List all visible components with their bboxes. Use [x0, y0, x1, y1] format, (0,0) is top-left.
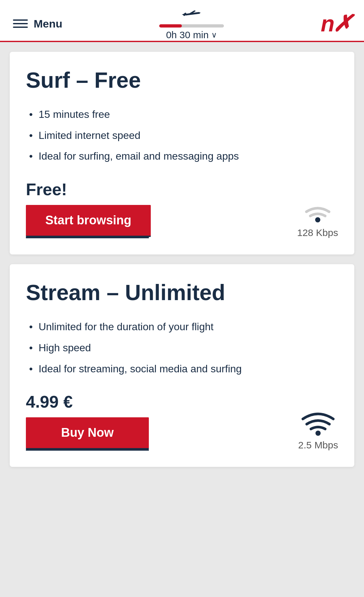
plan-card-surf-free: Surf – Free 15 minutes free Limited inte… [10, 52, 354, 254]
header: Menu 0h 30 min ∨ n✗ [0, 0, 364, 42]
flight-info: 0h 30 min ∨ [159, 7, 224, 40]
brand-logo: n✗ [321, 12, 351, 35]
buy-now-button[interactable]: Buy Now [26, 417, 149, 449]
wifi-strong-icon [300, 407, 336, 436]
plan-features-stream-unlimited: Unlimited for the duration of your fligh… [26, 316, 338, 379]
logo-text: n✗ [321, 11, 351, 36]
start-browsing-button[interactable]: Start browsing [26, 205, 151, 237]
feature-item: Ideal for streaming, social media and su… [26, 358, 338, 379]
plan-footer-left: Free! Start browsing [26, 180, 151, 238]
flight-time-text: 0h 30 min [166, 29, 209, 40]
wifi-area-surf-free: 128 Kbps [297, 198, 338, 238]
button-underline [26, 237, 149, 238]
plan-features-surf-free: 15 minutes free Limited internet speed I… [26, 104, 338, 167]
wifi-area-stream-unlimited: 2.5 Mbps [298, 407, 338, 451]
button-underline-stream [26, 449, 149, 451]
feature-item: Unlimited for the duration of your fligh… [26, 316, 338, 337]
plane-icon [180, 7, 203, 22]
svg-point-1 [315, 431, 321, 436]
chevron-down-icon: ∨ [211, 30, 217, 39]
plan-footer-left-stream: 4.99 € Buy Now [26, 392, 149, 451]
flight-progress-bar [159, 24, 224, 28]
hamburger-menu[interactable] [13, 19, 28, 28]
wifi-speed-stream-unlimited: 2.5 Mbps [298, 440, 338, 451]
menu-label: Menu [34, 17, 62, 30]
flight-time-display[interactable]: 0h 30 min ∨ [166, 29, 217, 40]
plan-price-surf-free: Free! [26, 180, 151, 199]
button-wrapper-surf-free: Start browsing [26, 205, 151, 238]
button-wrapper-stream: Buy Now [26, 417, 149, 451]
main-content: Surf – Free 15 minutes free Limited inte… [0, 42, 364, 477]
flight-progress-fill [159, 24, 182, 28]
plan-footer-surf-free: Free! Start browsing 128 Kbps [26, 180, 338, 238]
feature-item: Limited internet speed [26, 125, 338, 146]
menu-area: Menu [13, 17, 62, 30]
feature-item: Ideal for surfing, email and messaging a… [26, 146, 338, 167]
feature-item: High speed [26, 337, 338, 358]
feature-item: 15 minutes free [26, 104, 338, 125]
plan-price-stream-unlimited: 4.99 € [26, 392, 149, 411]
svg-point-0 [315, 217, 320, 222]
wifi-speed-surf-free: 128 Kbps [297, 227, 338, 238]
plan-footer-stream-unlimited: 4.99 € Buy Now 2.5 Mbps [26, 392, 338, 451]
plan-card-stream-unlimited: Stream – Unlimited Unlimited for the dur… [10, 264, 354, 467]
wifi-weak-icon [300, 198, 336, 224]
plan-title-surf-free: Surf – Free [26, 68, 338, 92]
plan-title-stream-unlimited: Stream – Unlimited [26, 280, 338, 305]
